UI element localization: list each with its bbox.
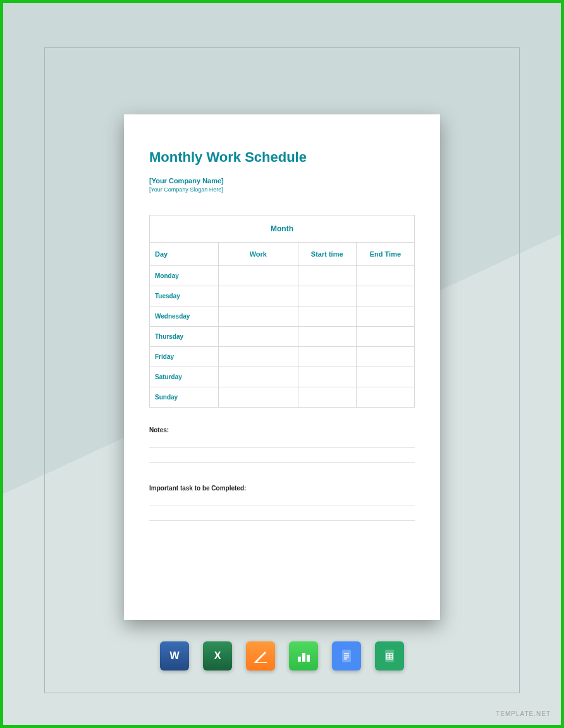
cell [218,306,298,327]
cell [298,347,356,367]
cell [356,367,414,387]
notes-line-2 [149,462,415,463]
google-sheets-icon[interactable] [375,641,404,670]
day-friday: Friday [150,347,219,367]
cell [298,286,356,306]
tasks-line-1 [149,506,415,506]
cell [298,306,356,327]
tasks-line-2 [149,520,415,521]
cell [218,347,298,367]
numbers-icon[interactable] [289,641,318,670]
notes-label: Notes: [149,427,415,434]
cell [218,327,298,347]
company-slogan-placeholder: [Your Company Slogan Here] [149,186,415,193]
word-icon-label: W [169,650,179,662]
cell [356,387,414,408]
cell [298,367,356,387]
app-icons-row: W X [45,641,519,670]
svg-rect-4 [342,650,351,662]
tasks-label: Important task to be Completed: [149,485,415,492]
column-work: Work [218,243,298,266]
column-day: Day [150,243,219,266]
notes-line-1 [149,447,415,448]
cell [218,387,298,408]
cell [356,286,414,306]
cell [298,327,356,347]
svg-rect-1 [298,657,301,662]
outer-frame: Monthly Work Schedule [Your Company Name… [44,47,520,693]
svg-rect-2 [302,653,305,662]
svg-rect-0 [254,662,267,663]
excel-icon[interactable]: X [203,641,232,670]
day-saturday: Saturday [150,367,219,387]
svg-rect-7 [344,657,349,658]
google-docs-icon[interactable] [332,641,361,670]
svg-rect-5 [344,653,349,654]
cell [356,347,414,367]
cell [218,286,298,306]
day-thursday: Thursday [150,327,219,347]
excel-icon-label: X [214,650,221,662]
cell [218,266,298,286]
day-sunday: Sunday [150,387,219,408]
month-header: Month [150,215,415,243]
svg-rect-3 [307,655,310,662]
document-title: Monthly Work Schedule [149,149,415,166]
schedule-table: Month Day Work Start time End Time Monda… [149,215,415,408]
cell [298,266,356,286]
day-wednesday: Wednesday [150,306,219,327]
cell [356,306,414,327]
cell [298,387,356,408]
document-page: Monthly Work Schedule [Your Company Name… [124,114,440,620]
watermark-text: TEMPLATE.NET [496,710,551,717]
cell [218,367,298,387]
svg-rect-8 [344,658,347,660]
company-name-placeholder: [Your Company Name] [149,177,415,185]
svg-rect-6 [344,655,349,656]
column-start-time: Start time [298,243,356,266]
column-end-time: End Time [356,243,414,266]
day-tuesday: Tuesday [150,286,219,306]
cell [356,327,414,347]
day-monday: Monday [150,266,219,286]
word-icon[interactable]: W [160,641,189,670]
pages-icon[interactable] [246,641,275,670]
cell [356,266,414,286]
